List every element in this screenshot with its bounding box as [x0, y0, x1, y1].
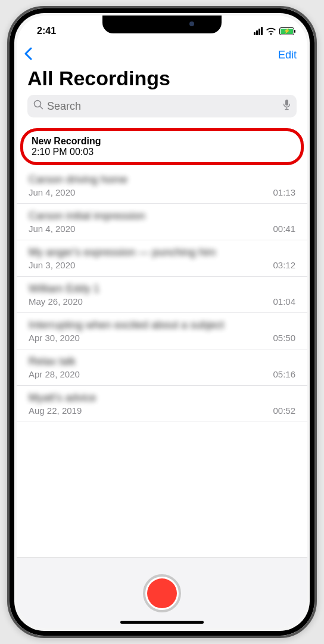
- wifi-icon: [266, 26, 276, 36]
- search-input[interactable]: [47, 100, 283, 113]
- recording-row[interactable]: Interrupting when excited about a subjec…: [17, 313, 307, 349]
- recording-name: Carson driving home: [29, 174, 295, 186]
- search-field[interactable]: [27, 95, 297, 117]
- battery-charging-icon: ⚡: [279, 27, 294, 35]
- recording-date: May 26, 2020: [29, 296, 83, 306]
- recording-duration: 05:16: [273, 369, 295, 379]
- recording-duration: 05:50: [273, 333, 295, 343]
- recording-name: New Recording: [32, 136, 292, 147]
- recording-name: Relax talk: [29, 355, 295, 368]
- recording-duration: 00:03: [70, 147, 94, 157]
- record-toolbar: [17, 557, 307, 628]
- home-indicator[interactable]: [120, 621, 204, 624]
- dictation-mic-icon[interactable]: [283, 99, 291, 113]
- svg-rect-2: [285, 100, 288, 106]
- recording-name: Myatt's advice: [29, 392, 295, 404]
- status-time: 2:41: [37, 26, 56, 36]
- recording-date: Jun 4, 2020: [29, 187, 75, 197]
- recording-name: William Eddy 1: [29, 283, 295, 295]
- recording-row[interactable]: Carson initial impression Jun 4, 202000:…: [17, 204, 307, 240]
- search-icon: [33, 100, 43, 113]
- page-title: All Recordings: [17, 66, 307, 95]
- recording-list: New Recording 2:10 PM 00:03 Carson drivi…: [17, 123, 307, 557]
- status-icons: ⚡: [254, 26, 294, 36]
- recording-duration: 03:12: [273, 260, 295, 270]
- recording-duration: 00:52: [273, 405, 295, 416]
- nav-bar: Edit: [17, 42, 307, 66]
- recording-row-highlighted[interactable]: New Recording 2:10 PM 00:03: [20, 128, 304, 165]
- cellular-signal-icon: [254, 27, 263, 35]
- recording-date: Apr 28, 2020: [29, 369, 80, 379]
- svg-line-1: [40, 106, 42, 109]
- recording-row[interactable]: Myatt's advice Aug 22, 201900:52: [17, 386, 307, 422]
- recording-date: Jun 4, 2020: [29, 224, 75, 234]
- record-icon: [147, 578, 177, 608]
- recording-date: Jun 3, 2020: [29, 260, 75, 270]
- back-button[interactable]: [24, 45, 42, 64]
- recording-row[interactable]: My anger's expression — punching him Jun…: [17, 240, 307, 277]
- recording-name: Interrupting when excited about a subjec…: [29, 319, 295, 332]
- edit-button[interactable]: Edit: [278, 49, 297, 61]
- recording-date: 2:10 PM: [32, 147, 67, 157]
- recording-row[interactable]: Carson driving home Jun 4, 202001:13: [17, 168, 307, 204]
- recording-row[interactable]: William Eddy 1 May 26, 202001:04: [17, 277, 307, 313]
- recording-duration: 01:04: [273, 296, 295, 306]
- recording-name: Carson initial impression: [29, 210, 295, 222]
- recording-row[interactable]: Relax talk Apr 28, 202005:16: [17, 349, 307, 386]
- recording-date: Apr 30, 2020: [29, 333, 80, 343]
- record-button[interactable]: [143, 574, 181, 612]
- recording-date: Aug 22, 2019: [29, 405, 82, 416]
- recording-name: My anger's expression — punching him: [29, 246, 295, 259]
- recording-duration: 01:13: [273, 187, 295, 197]
- recording-duration: 00:41: [273, 224, 295, 234]
